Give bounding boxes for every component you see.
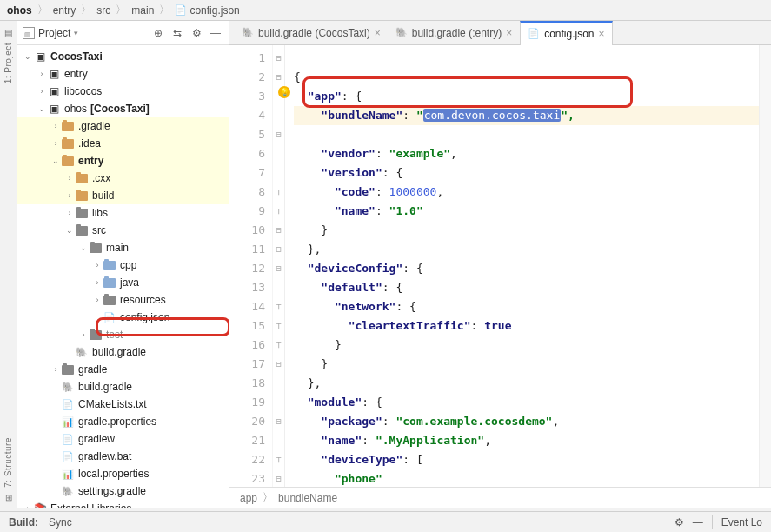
tree-item-build-gradle2[interactable]: 🐘build.gradle [17, 378, 229, 396]
folder-icon [103, 259, 116, 271]
event-log-button[interactable]: Event Lo [721, 516, 762, 529]
hide-icon[interactable]: — [693, 516, 703, 529]
tree-item-src[interactable]: ⌄src [17, 222, 229, 239]
close-icon[interactable]: × [375, 27, 381, 39]
tree-item-external-libs[interactable]: ›📚External Libraries [17, 500, 229, 508]
tree-item-build[interactable]: ›build [17, 187, 229, 204]
tree-item-config-json[interactable]: 📄config.json [17, 309, 229, 326]
tab-label: build.gradle (CocosTaxi) [258, 27, 370, 39]
tree-item-local-properties[interactable]: 📊local.properties [17, 465, 229, 482]
editor-marker-bar[interactable] [759, 45, 771, 487]
tree-item-idea[interactable]: ›.idea [17, 135, 229, 152]
properties-file-icon: 📊 [61, 468, 75, 480]
module-icon: ▣ [33, 50, 47, 63]
chevron-right-icon: › [37, 70, 47, 78]
tree-label: build.gradle [78, 381, 132, 393]
tree-item-libcocos[interactable]: ›▣libcocos [17, 83, 229, 100]
tree-item-cmakelists[interactable]: 📄CMakeLists.txt [17, 396, 229, 413]
tree-item-test[interactable]: ›test [17, 326, 229, 343]
tree-label: gradle.properties [78, 416, 156, 428]
left-tool-rail: ▤ 1: Project 7: Structure ⊞ [0, 21, 17, 508]
tree-item-main[interactable]: ⌄main [17, 239, 229, 256]
tree-label: main [106, 242, 129, 254]
tree-item-gradlew[interactable]: 📄gradlew [17, 430, 229, 448]
text-file-icon: 📄 [61, 433, 75, 445]
left-rail-project-label[interactable]: 1: Project [3, 43, 13, 83]
tree-item-entry-module[interactable]: ⌄entry [17, 152, 229, 170]
chevron-right-icon: › [50, 139, 61, 148]
project-panel: ▥ Project ▾ ⊕ ⇆ ⚙ — ⌄▣CocosTaxi ›▣entry … [17, 21, 229, 508]
expand-all-icon[interactable]: ⇆ [169, 25, 185, 41]
tab-label: config.json [544, 28, 594, 40]
crumb-main[interactable]: main [131, 4, 154, 17]
gradle-file-icon: 🐘 [395, 27, 408, 38]
project-tool-button[interactable]: ▤ [4, 28, 12, 37]
tab-config-json[interactable]: 📄config.json× [520, 21, 612, 45]
gear-icon[interactable]: ⚙ [189, 25, 204, 41]
module-icon: ▣ [47, 68, 61, 80]
folder-icon [75, 190, 89, 202]
left-rail-structure-label[interactable]: 7: Structure [3, 437, 13, 488]
select-opened-icon[interactable]: ⊕ [150, 25, 166, 41]
tree-item-build-gradle[interactable]: 🐘build.gradle [17, 343, 229, 361]
tree-label: ohos [64, 103, 87, 115]
chevron-right-icon: 〉 [81, 3, 91, 17]
structure-tool-button[interactable]: ⊞ [5, 493, 12, 502]
tree-item-ohos[interactable]: ⌄▣ohos[CocosTaxi] [17, 100, 229, 117]
project-panel-title[interactable]: Project [38, 27, 70, 39]
crumb-app[interactable]: app [240, 492, 257, 504]
dropdown-chevron-icon[interactable]: ▾ [74, 29, 78, 37]
editor-tabs: 🐘build.gradle (CocosTaxi)× 🐘build.gradle… [229, 21, 771, 45]
crumb-src[interactable]: src [96, 4, 110, 17]
tree-label: src [92, 224, 106, 236]
tree-item-gradle2[interactable]: ›gradle [17, 361, 229, 378]
crumb-file[interactable]: 📄config.json [175, 4, 239, 17]
tree-item-gradle[interactable]: ›.gradle [17, 117, 229, 135]
tree-item-gradle-properties[interactable]: 📊gradle.properties [17, 413, 229, 430]
tree-label: .cxx [92, 172, 110, 184]
close-icon[interactable]: × [506, 27, 512, 39]
tree-item-libs[interactable]: ›libs [17, 204, 229, 222]
tab-build-gradle-root[interactable]: 🐘build.gradle (CocosTaxi)× [235, 21, 389, 45]
tree-label: gradlew.bat [78, 450, 131, 462]
fold-gutter[interactable]: ⊟⊟⊟⊤⊤⊟⊟⊟⊤⊤⊤⊟⊟⊤⊟ [273, 45, 285, 487]
folder-icon [61, 120, 75, 132]
intention-bulb-icon[interactable]: 💡 [278, 86, 290, 98]
library-icon: 📚 [33, 502, 47, 508]
tree-label: test [106, 329, 123, 341]
tree-label: libs [92, 207, 108, 219]
tree-item-resources[interactable]: ›resources [17, 291, 229, 309]
status-sync-label[interactable]: Sync [49, 516, 72, 529]
tree-item-entry[interactable]: ›▣entry [17, 65, 229, 83]
tab-build-gradle-entry[interactable]: 🐘build.gradle (:entry)× [389, 21, 520, 45]
tree-item-settings-gradle[interactable]: 🐘settings.gradle [17, 482, 229, 500]
tree-label: libcocos [64, 85, 102, 97]
close-icon[interactable]: × [599, 28, 605, 40]
tree-item-gradlew-bat[interactable]: 📄gradlew.bat [17, 448, 229, 465]
hide-panel-icon[interactable]: — [208, 25, 223, 41]
tree-item-java[interactable]: ›java [17, 274, 229, 291]
tree-root[interactable]: ⌄▣CocosTaxi [17, 48, 229, 65]
tree-label: External Libraries [50, 502, 131, 508]
chevron-right-icon: 〉 [116, 3, 126, 17]
folder-icon [75, 224, 89, 236]
project-tree[interactable]: ⌄▣CocosTaxi ›▣entry ›▣libcocos ⌄▣ohos[Co… [17, 45, 229, 508]
tree-suffix: [CocosTaxi] [90, 103, 150, 115]
tree-item-cpp[interactable]: ›cpp [17, 256, 229, 274]
crumb-root[interactable]: ohos [7, 4, 32, 17]
code-editor[interactable]: 1234567891011121314151617181920212223 ⊟⊟… [229, 45, 771, 487]
tree-label: build.gradle [92, 346, 146, 358]
gear-icon[interactable]: ⚙ [675, 516, 684, 529]
crumb-bundlename[interactable]: bundleName [278, 492, 337, 504]
chevron-right-icon: › [64, 191, 75, 200]
crumb-entry[interactable]: entry [53, 4, 76, 17]
tree-label: entry [64, 68, 88, 80]
code-content[interactable]: 💡{ "app": { "bundleName": "com.devon.coc… [285, 45, 759, 487]
chevron-right-icon: 〉 [263, 490, 273, 505]
tree-label: config.json [120, 311, 169, 323]
tree-item-cxx[interactable]: ›.cxx [17, 170, 229, 187]
text-file-icon: 📄 [61, 450, 75, 462]
status-build-label[interactable]: Build: [9, 516, 38, 529]
tree-label: resources [120, 294, 166, 306]
tree-label: .gradle [78, 120, 110, 132]
